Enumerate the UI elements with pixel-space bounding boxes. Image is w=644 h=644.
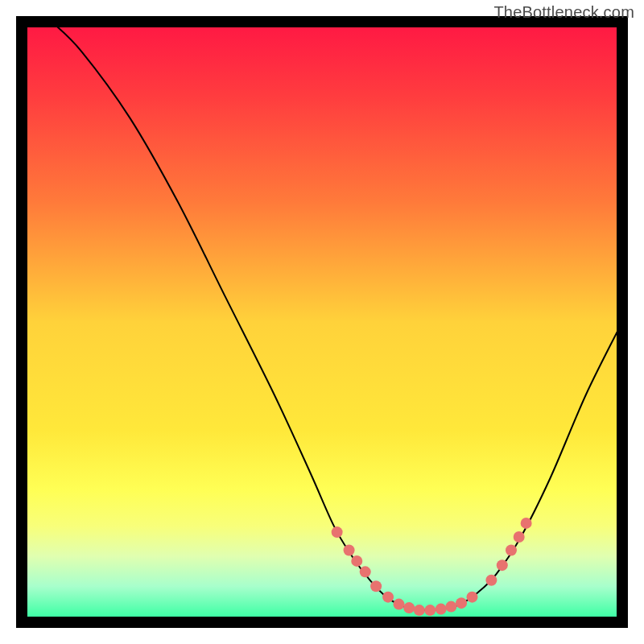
data-marker: [506, 544, 517, 555]
data-marker: [403, 602, 415, 613]
watermark-text: TheBottleneck.com: [493, 3, 634, 22]
data-marker: [414, 605, 425, 616]
data-marker: [456, 597, 467, 609]
data-marker: [514, 531, 525, 543]
data-marker: [344, 544, 355, 555]
data-marker: [360, 566, 371, 577]
chart-container: TheBottleneck.com: [0, 0, 644, 644]
data-marker: [521, 518, 532, 529]
data-marker: [393, 599, 404, 610]
data-marker: [424, 605, 436, 616]
data-marker: [445, 601, 456, 613]
data-marker: [370, 580, 382, 592]
data-marker: [436, 604, 447, 615]
data-marker: [332, 526, 343, 538]
data-marker: [485, 575, 497, 586]
plot-area: [22, 22, 622, 622]
data-marker: [382, 592, 394, 603]
data-marker: [497, 559, 508, 571]
data-marker: [351, 555, 362, 567]
bottleneck-chart: [0, 0, 644, 644]
data-marker: [467, 592, 478, 603]
gradient-background: [22, 22, 622, 622]
